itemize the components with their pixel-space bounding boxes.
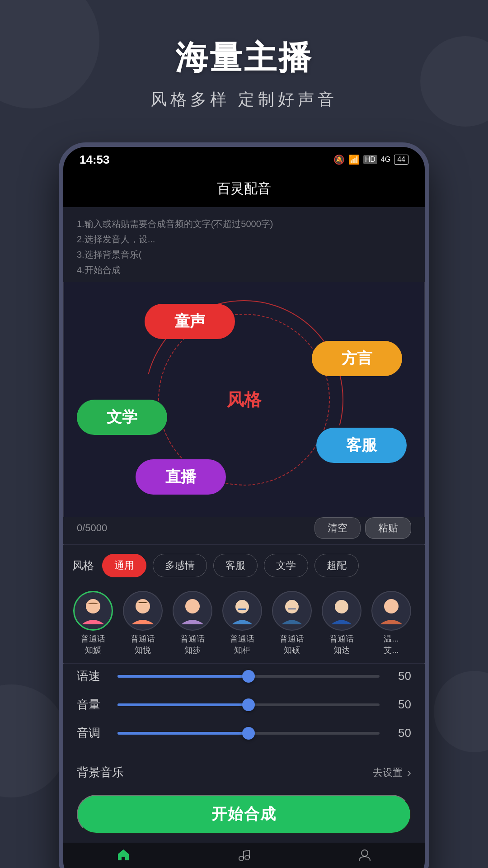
phone-frame: 14:53 🔕 📶 HD 4G 44 百灵配音 1.输入或粘贴需要合成音频的文字… — [59, 142, 429, 868]
phone-mockup: 14:53 🔕 📶 HD 4G 44 百灵配音 1.输入或粘贴需要合成音频的文字… — [59, 142, 429, 868]
bg-music-settings-btn[interactable]: 去设置 — [373, 766, 403, 779]
avatar-img-wen — [371, 591, 411, 631]
status-bar: 14:53 🔕 📶 HD 4G 44 — [63, 147, 425, 172]
avatar-img-zhida — [322, 591, 361, 631]
volume-slider-row: 音量 50 — [77, 697, 411, 712]
avatar-img-zhiyue — [123, 591, 163, 631]
pill-kefu[interactable]: 客服 — [316, 428, 407, 463]
pitch-fill — [117, 732, 249, 735]
speed-value: 50 — [389, 669, 411, 683]
voice-avatar-zhisha[interactable]: 普通话知莎 — [170, 591, 215, 656]
voice-avatar-zhiyue[interactable]: 普通话知悦 — [120, 591, 165, 656]
audio-icon — [237, 848, 251, 866]
style-wheel-area: 风格 童声 方言 文学 客服 直播 — [63, 282, 425, 517]
counter-row: 0/5000 清空 粘贴 — [63, 517, 425, 544]
paste-button[interactable]: 粘贴 — [365, 517, 411, 539]
bg-music-row[interactable]: 背景音乐 去设置 › — [63, 758, 425, 788]
svg-point-8 — [285, 600, 299, 613]
network-icon: 4G — [381, 156, 390, 164]
avatar-img-zhigui — [222, 591, 262, 631]
pill-fangyan[interactable]: 方言 — [312, 341, 402, 376]
filter-tongyong[interactable]: 通用 — [102, 554, 146, 577]
filter-kefu[interactable]: 客服 — [213, 554, 258, 577]
style-center-label: 风格 — [227, 388, 261, 411]
pitch-track[interactable] — [117, 732, 380, 735]
nav-profile[interactable]: 我的 — [304, 848, 425, 868]
nav-home[interactable]: 首页 — [63, 848, 184, 868]
volume-label: 音量 — [77, 697, 108, 712]
svg-point-13 — [245, 855, 249, 860]
svg-point-1 — [88, 601, 99, 612]
style-filter-row: 风格 通用 多感情 客服 文学 超配 — [63, 545, 425, 586]
voice-avatar-zhiyuan[interactable]: 普通话知媛 — [70, 591, 116, 656]
counter-text: 0/5000 — [77, 522, 107, 534]
speed-track[interactable] — [117, 675, 380, 678]
svg-point-11 — [384, 599, 399, 613]
app-header: 百灵配音 — [63, 172, 425, 207]
pill-tongsheng[interactable]: 童声 — [145, 304, 235, 339]
avatar-name-zhiyue: 普通话知悦 — [131, 633, 155, 656]
action-buttons: 清空 粘贴 — [314, 517, 411, 539]
profile-icon — [357, 848, 372, 866]
volume-thumb[interactable] — [242, 698, 255, 711]
avatar-img-zhiyuan — [73, 591, 113, 631]
sliders-area: 语速 50 音量 50 音调 — [63, 664, 425, 758]
svg-point-17 — [361, 850, 368, 856]
voice-avatar-zhishuo[interactable]: 普通话知硕 — [269, 591, 314, 656]
svg-point-10 — [335, 600, 348, 613]
filter-wenxue[interactable]: 文学 — [264, 554, 308, 577]
speed-label: 语速 — [77, 668, 108, 684]
hd-icon: HD — [363, 155, 377, 164]
nav-audio[interactable]: 音频 — [184, 848, 305, 868]
battery-icon: 44 — [394, 155, 408, 165]
speed-thumb[interactable] — [242, 670, 255, 683]
instruction-2: 2.选择发音人，设... — [77, 231, 411, 247]
svg-rect-9 — [288, 609, 296, 609]
voice-avatar-zhigui[interactable]: 普通话知柜 — [220, 591, 265, 656]
volume-fill — [117, 703, 249, 706]
filter-chao[interactable]: 超配 — [314, 554, 359, 577]
page-title: 海量主播 — [0, 36, 488, 80]
instruction-3: 3.选择背景音乐( — [77, 247, 411, 262]
page-header: 海量主播 风格多样 定制好声音 — [0, 0, 488, 129]
wifi-icon: 📶 — [348, 154, 360, 165]
svg-rect-7 — [238, 609, 246, 610]
speed-slider-row: 语速 50 — [77, 668, 411, 684]
signal-icon: 🔕 — [333, 154, 345, 165]
status-icons: 🔕 📶 HD 4G 44 — [333, 154, 408, 165]
svg-point-6 — [235, 600, 249, 613]
filter-duoganqing[interactable]: 多感情 — [153, 554, 207, 577]
volume-value: 50 — [389, 698, 411, 712]
svg-point-12 — [239, 856, 244, 861]
avatar-name-zhishuo: 普通话知硕 — [280, 633, 304, 656]
app-title-text: 百灵配音 — [217, 181, 271, 196]
style-filter-label: 风格 — [72, 558, 94, 573]
avatar-name-zhisha: 普通话知莎 — [180, 633, 205, 656]
page-subtitle: 风格多样 定制好声音 — [0, 89, 488, 111]
instruction-4: 4.开始合成 — [77, 262, 411, 278]
avatar-name-zhida: 普通话知达 — [329, 633, 354, 656]
home-icon — [116, 848, 131, 866]
pitch-value: 50 — [389, 726, 411, 740]
pitch-thumb[interactable] — [242, 727, 255, 740]
avatar-name-wen: 温...艾... — [384, 633, 399, 656]
voice-avatar-wen[interactable]: 温...艾... — [369, 591, 414, 656]
avatar-name-zhigui: 普通话知柜 — [230, 633, 254, 656]
bg-music-right: 去设置 › — [373, 765, 411, 780]
bottom-nav: 首页 音频 — [63, 843, 425, 868]
chevron-right-icon: › — [407, 765, 411, 780]
start-btn-area: 开始合成 — [63, 788, 425, 843]
instructions-area: 1.输入或粘贴需要合成音频的文字(不超过5000字) 2.选择发音人，设... … — [63, 207, 425, 282]
bg-music-label: 背景音乐 — [77, 764, 124, 780]
volume-track[interactable] — [117, 703, 380, 706]
avatar-name-zhiyuan: 普通话知媛 — [81, 633, 105, 656]
voice-avatar-zhida[interactable]: 普通话知达 — [319, 591, 364, 656]
pill-wenxue[interactable]: 文学 — [77, 400, 167, 435]
pill-zhibo[interactable]: 直播 — [136, 459, 226, 495]
pitch-label: 音调 — [77, 725, 108, 741]
avatar-img-zhisha — [173, 591, 212, 631]
svg-line-16 — [244, 850, 249, 851]
clear-button[interactable]: 清空 — [314, 517, 361, 539]
instruction-1: 1.输入或粘贴需要合成音频的文字(不超过5000字) — [77, 216, 411, 231]
start-synthesis-button[interactable]: 开始合成 — [77, 795, 411, 834]
